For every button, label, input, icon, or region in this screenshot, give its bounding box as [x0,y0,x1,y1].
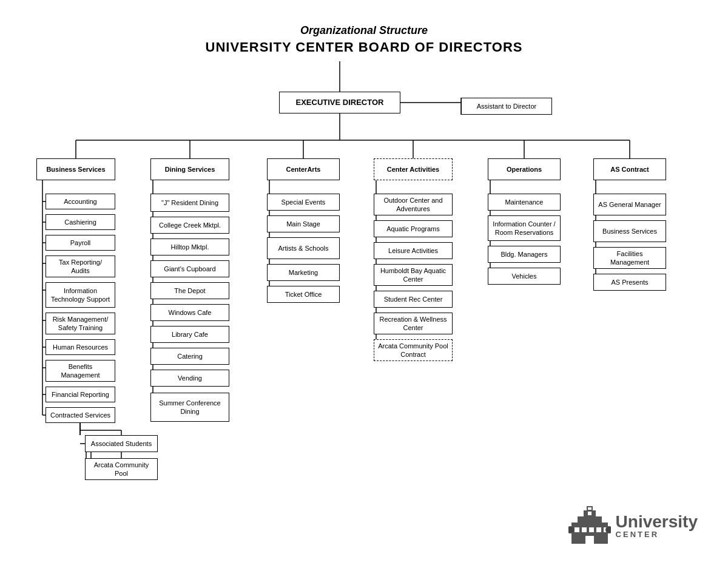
cashiering-box: Cashiering [46,214,115,230]
exec-director-box: EXECUTIVE DIRECTOR [279,92,400,113]
facilities-box: Facilities Management [593,247,666,269]
giants-box: Giant's Cupboard [150,260,229,277]
logo-area: University CENTER [568,504,698,547]
dining-services-box: Dining Services [150,158,229,180]
financialreporting-box: Financial Reporting [46,387,115,402]
taxreporting-box: Tax Reporting/ Audits [46,255,115,277]
specialevents-box: Special Events [267,194,340,211]
svg-rect-74 [589,527,594,532]
jresident-box: "J" Resident Dining [150,194,229,212]
arcatapool2-box: Arcata Community Pool [85,458,158,480]
maintenance-box: Maintenance [488,194,561,211]
accounting-box: Accounting [46,194,115,209]
ticketoffice-box: Ticket Office [267,286,340,303]
studentrec-box: Student Rec Center [374,291,453,308]
logo-text: University CENTER [616,513,698,538]
outdoor-box: Outdoor Center and Adventures [374,194,453,215]
benefits-box: Benefits Management [46,360,115,382]
university-center-logo-icon [568,504,611,547]
svg-rect-79 [585,536,594,544]
svg-rect-78 [588,507,592,510]
recreation-box: Recreation & Wellness Center [374,313,453,334]
business-services-box: Business Services [36,158,115,180]
windows-box: Windows Cafe [150,304,229,321]
busservices2-box: Business Services [593,220,666,242]
depot-box: The Depot [150,282,229,299]
asst-director-box: Assistant to Director [461,98,552,115]
humboldt-box: Humboldt Bay Aquatic Center [374,264,453,286]
catering-box: Catering [150,348,229,365]
bldgmanagers-box: Bldg. Managers [488,246,561,263]
logo-center: CENTER [616,530,698,538]
humanresources-box: Human Resources [46,339,115,355]
collegecreek-box: College Creek Mktpl. [150,217,229,234]
payroll-box: Payroll [46,235,115,251]
vehicles-box: Vehicles [488,268,561,285]
activities-box: Center Activities [374,158,453,180]
operations-box: Operations [488,158,561,180]
logo-university: University [616,513,698,530]
riskmanagement-box: Risk Management/ Safety Training [46,313,115,334]
assocstudents-box: Associated Students [85,435,158,452]
mainstage-box: Main Stage [267,215,340,232]
svg-rect-75 [596,527,601,532]
library-box: Library Cafe [150,326,229,343]
leisure-box: Leisure Activities [374,242,453,259]
artists-box: Artists & Schools [267,237,340,259]
svg-rect-72 [575,527,579,532]
svg-rect-73 [582,527,587,532]
arcatapool-box: Arcata Community Pool Contract [374,339,453,361]
hilltop-box: Hilltop Mktpl. [150,239,229,255]
svg-rect-77 [588,512,592,515]
itsupport-box: Information Technology Support [46,282,115,308]
asgeneral-box: AS General Manager [593,194,666,215]
marketing-box: Marketing [267,264,340,281]
vending-box: Vending [150,370,229,387]
ascontract-box: AS Contract [593,158,666,180]
infocounter-box: Information Counter / Room Reservations [488,215,561,241]
contracted-box: Contracted Services [46,407,115,423]
page-header: Organizational Structure UNIVERSITY CENT… [0,0,728,55]
centerarts-box: CenterArts [267,158,340,180]
main-title: UNIVERSITY CENTER BOARD OF DIRECTORS [0,39,728,55]
subtitle: Organizational Structure [0,24,728,37]
summer-box: Summer Conference Dining [150,393,229,422]
aquatic-box: Aquatic Programs [374,220,453,237]
aspresents-box: AS Presents [593,274,666,291]
